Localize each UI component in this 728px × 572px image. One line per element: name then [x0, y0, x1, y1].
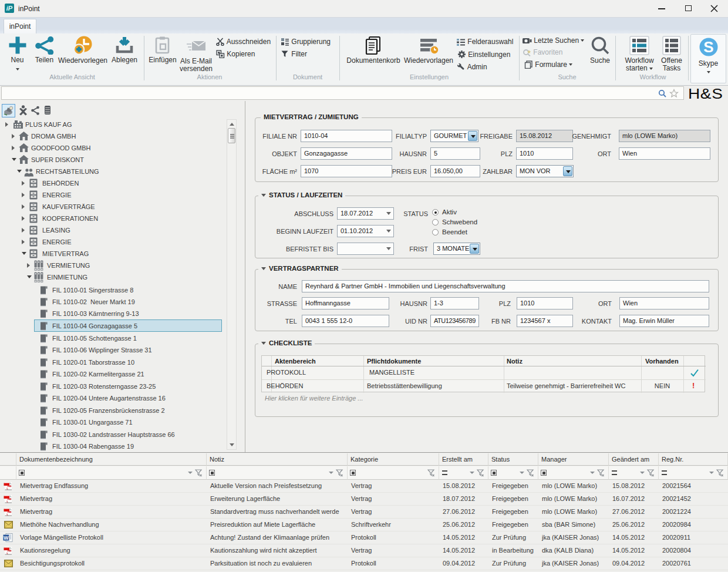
- svg-text:W: W: [4, 535, 9, 541]
- svg-text:S: S: [703, 38, 713, 56]
